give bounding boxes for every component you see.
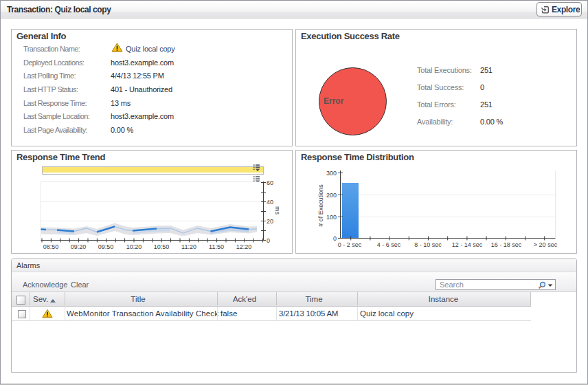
svg-text:08:50: 08:50 xyxy=(43,243,59,250)
svg-text:16 - 18 sec: 16 - 18 sec xyxy=(491,241,522,248)
svg-text:4 - 6 sec: 4 - 6 sec xyxy=(377,241,401,248)
svg-text:200: 200 xyxy=(326,192,337,199)
svg-text:10:20: 10:20 xyxy=(126,243,142,250)
svg-text:60: 60 xyxy=(267,179,273,186)
svg-text:40: 40 xyxy=(267,199,273,206)
svg-text:11:20: 11:20 xyxy=(181,243,196,250)
svg-text:Error: Error xyxy=(324,96,344,106)
svg-text:300: 300 xyxy=(326,170,337,177)
svg-text:09:20: 09:20 xyxy=(71,243,87,250)
svg-text:20: 20 xyxy=(267,218,273,225)
svg-text:11:50: 11:50 xyxy=(209,243,224,250)
svg-text:12 - 14 sec: 12 - 14 sec xyxy=(452,241,483,248)
svg-text:0: 0 xyxy=(267,237,270,244)
svg-text:> 20 sec: > 20 sec xyxy=(534,241,558,248)
svg-text:# of Executions: # of Executions xyxy=(317,184,324,227)
svg-text:12:20: 12:20 xyxy=(236,243,252,250)
svg-text:0: 0 xyxy=(333,235,337,242)
svg-text:100: 100 xyxy=(326,214,337,221)
svg-text:8 - 10 sec: 8 - 10 sec xyxy=(414,241,442,248)
svg-text:ms: ms xyxy=(274,206,281,214)
svg-text:10:50: 10:50 xyxy=(154,243,170,250)
svg-text:09:50: 09:50 xyxy=(98,243,114,250)
svg-text:0 - 2 sec: 0 - 2 sec xyxy=(338,241,362,248)
